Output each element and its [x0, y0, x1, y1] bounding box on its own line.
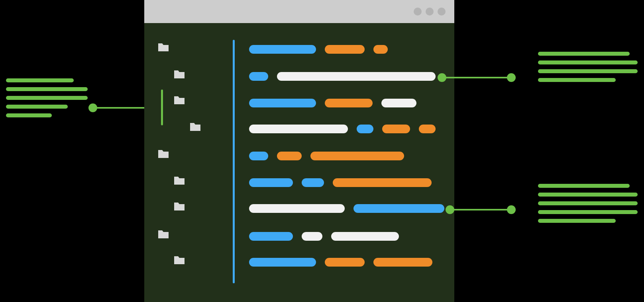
- tree-item[interactable]: [174, 70, 185, 78]
- connector-dot: [446, 205, 454, 214]
- window-control-dot[interactable]: [414, 8, 422, 16]
- code-token: [302, 232, 322, 241]
- annotation-line: [538, 69, 638, 73]
- code-line: [249, 99, 416, 107]
- code-token: [249, 204, 345, 213]
- window-control-dot[interactable]: [438, 8, 446, 16]
- code-line: [249, 258, 432, 267]
- code-token: [333, 178, 432, 187]
- annotation-right-bottom: [538, 184, 638, 223]
- code-token: [382, 125, 410, 133]
- connector-line: [454, 209, 509, 210]
- code-token: [249, 178, 293, 187]
- code-token: [302, 178, 324, 187]
- tree-item[interactable]: [158, 230, 169, 238]
- code-token: [357, 125, 373, 133]
- tree-item[interactable]: [174, 176, 185, 185]
- folder-icon: [174, 176, 185, 185]
- code-token: [373, 258, 432, 267]
- annotation-line: [538, 219, 616, 223]
- annotation-line: [6, 87, 88, 91]
- code-line: [249, 178, 432, 187]
- tree-item[interactable]: [190, 122, 200, 131]
- code-token: [325, 45, 365, 54]
- code-token: [373, 45, 388, 54]
- tree-item[interactable]: [174, 255, 185, 264]
- code-token: [325, 258, 365, 267]
- tree-item[interactable]: [158, 43, 169, 51]
- code-line: [249, 232, 399, 241]
- code-token: [353, 204, 444, 213]
- tree-item[interactable]: [158, 149, 169, 158]
- annotation-line: [538, 52, 630, 56]
- code-token: [331, 232, 399, 241]
- tree-selection-highlight: [161, 90, 163, 125]
- window-titlebar: [144, 0, 454, 23]
- annotation-line: [538, 78, 616, 82]
- code-token: [277, 152, 302, 160]
- code-token: [419, 125, 436, 133]
- window-control-dot[interactable]: [426, 8, 434, 16]
- code-token: [249, 99, 316, 107]
- connector-dot: [438, 73, 446, 82]
- annotation-line: [538, 60, 638, 64]
- code-token: [277, 72, 436, 81]
- code-token: [381, 99, 416, 107]
- annotation-line: [6, 78, 74, 82]
- annotation-line: [538, 201, 638, 205]
- annotation-line: [6, 113, 52, 117]
- folder-icon: [158, 43, 169, 51]
- code-token: [249, 72, 268, 81]
- code-line: [249, 45, 388, 54]
- code-line: [249, 125, 436, 133]
- annotation-line: [6, 96, 88, 100]
- annotation-line: [538, 193, 638, 197]
- code-token: [249, 258, 316, 267]
- panel-divider: [233, 40, 235, 283]
- code-token: [249, 125, 348, 133]
- code-editor-window: [144, 0, 454, 302]
- annotation-right-top: [538, 52, 638, 82]
- code-token: [249, 45, 316, 54]
- code-line: [249, 152, 404, 160]
- tree-item[interactable]: [174, 95, 185, 104]
- annotation-line: [538, 210, 638, 214]
- code-line: [249, 204, 444, 213]
- connector-line: [446, 77, 509, 78]
- annotation-line: [538, 184, 630, 188]
- code-token: [249, 152, 268, 160]
- connector-dot: [507, 73, 516, 82]
- tree-item[interactable]: [174, 202, 185, 210]
- annotation-line: [6, 105, 68, 109]
- connector-dot: [507, 205, 516, 214]
- folder-icon: [158, 230, 169, 238]
- code-token: [310, 152, 404, 160]
- code-token: [325, 99, 373, 107]
- folder-icon: [190, 122, 200, 131]
- folder-icon: [158, 149, 169, 158]
- folder-icon: [174, 95, 185, 104]
- connector-dot: [88, 103, 97, 112]
- code-line: [249, 72, 436, 81]
- folder-icon: [174, 202, 185, 210]
- annotation-left: [6, 78, 88, 117]
- folder-icon: [174, 70, 185, 78]
- code-token: [249, 232, 293, 241]
- folder-icon: [174, 255, 185, 264]
